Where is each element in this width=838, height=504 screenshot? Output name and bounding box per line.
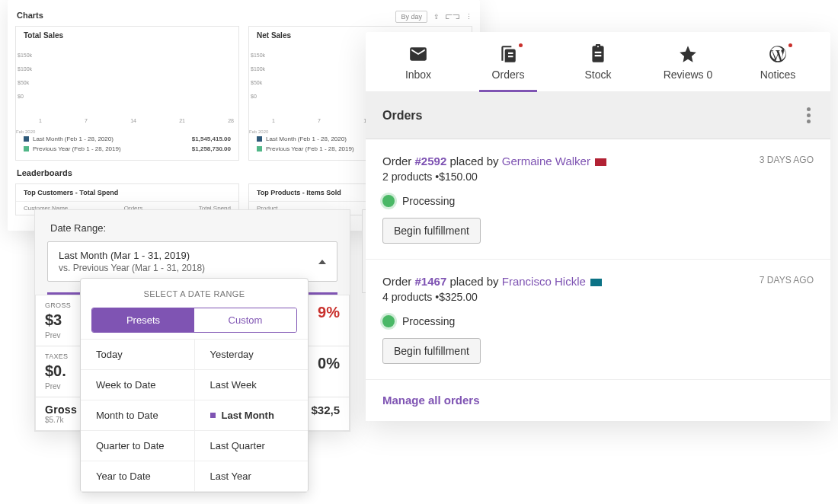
date-range-primary: Last Month (Mar 1 - 31, 2019) [59,250,205,261]
manage-all-orders-link[interactable]: Manage all orders [382,394,480,407]
tab-stock[interactable]: Stock [553,44,643,91]
orders-header: Orders [366,92,830,139]
order-title: Order #2592 placed by Germaine Walker [382,155,606,167]
tab-label: Stock [584,69,611,81]
begin-fulfillment-button[interactable]: Begin fulfillment [382,218,481,244]
processing-icon [382,315,395,327]
kebab-icon[interactable]: ⋮ [465,13,472,21]
activity-panel: Inbox Orders Stock Reviews 0 Notices Ord… [366,32,830,421]
caret-up-icon [318,260,326,264]
segment-custom[interactable]: Custom [194,308,296,332]
mail-icon [408,44,428,64]
preset-last-quarter[interactable]: Last Quarter [195,431,309,461]
tab-notices[interactable]: Notices [733,44,823,91]
preset-month-to-date[interactable]: Month to Date [81,400,195,431]
clipboard-icon [588,44,608,64]
orders-title: Orders [382,109,422,123]
preset-quarter-to-date[interactable]: Quarter to Date [81,431,195,461]
notification-badge-icon [787,42,794,49]
tab-label: Reviews 0 [664,69,713,81]
tab-label: Notices [760,69,796,81]
tab-label: Orders [492,69,525,81]
customer-link[interactable]: Francisco Hickle [502,275,586,288]
order-age: 7 DAYS AGO [760,275,814,285]
order-status: Processing [382,195,814,207]
preset-last-month[interactable]: Last Month [195,400,309,431]
date-range-label: Date Range: [35,210,350,241]
tab-orders[interactable]: Orders [463,44,553,91]
pages-icon [498,44,518,64]
preset-year-to-date[interactable]: Year to Date [81,461,195,492]
tab-label: Inbox [405,69,431,81]
tab-inbox[interactable]: Inbox [373,44,463,91]
preset-last-week[interactable]: Last Week [195,370,309,400]
date-range-select[interactable]: Last Month (Mar 1 - 31, 2019) vs. Previo… [47,241,337,282]
flag-icon [590,279,602,286]
order-age: 3 DAYS AGO [760,155,814,165]
flag-icon [595,158,606,166]
kebab-icon[interactable] [804,104,814,126]
order-summary: 2 products •$150.00 [382,171,606,183]
preset-list: TodayYesterdayWeek to DateLast WeekMonth… [81,339,308,492]
total-sales-card: Total Sales $150k$100k$50k$0 17142128 Fe… [15,26,239,161]
orders-list: Order #2592 placed by Germaine Walker 2 … [366,139,830,380]
order-title: Order #1467 placed by Francisco Hickle [382,275,602,288]
preset-last-year[interactable]: Last Year [195,461,309,492]
date-range-popover: SELECT A DATE RANGE Presets Custom Today… [80,278,309,493]
popover-title: SELECT A DATE RANGE [81,279,308,308]
chart-title: Total Sales [24,31,231,40]
activity-tabs: Inbox Orders Stock Reviews 0 Notices [366,32,830,92]
bar-chart-icon[interactable]: ⫍⫎ [446,13,459,21]
manage-orders-row: Manage all orders [366,380,830,421]
chart-legend: Last Month (Feb 1 - 28, 2020)$1,545,415.… [16,128,238,160]
processing-icon [382,195,395,207]
granularity-select[interactable]: By day [395,11,427,23]
customer-link[interactable]: Germaine Walker [502,155,590,167]
preset-custom-segment: Presets Custom [91,308,297,333]
date-range-secondary: vs. Previous Year (Mar 1 - 31, 2018) [59,263,205,273]
share-icon[interactable]: ⇪ [433,13,440,21]
order-status: Processing [382,315,814,327]
order-number-link[interactable]: #2592 [415,155,447,167]
order-item: Order #2592 placed by Germaine Walker 2 … [366,139,830,260]
order-summary: 4 products •$325.00 [382,291,602,303]
preset-week-to-date[interactable]: Week to Date [81,370,195,400]
charts-heading: Charts [17,11,43,20]
chart-toolbar: By day ⇪ ⫍⫎ ⋮ [395,11,472,23]
preset-yesterday[interactable]: Yesterday [195,340,309,370]
begin-fulfillment-button[interactable]: Begin fulfillment [382,338,481,364]
tab-reviews[interactable]: Reviews 0 [643,44,733,91]
order-item: Order #1467 placed by Francisco Hickle 4… [366,260,830,380]
order-number-link[interactable]: #1467 [415,275,447,288]
star-icon [678,44,698,64]
notification-badge-icon [517,42,524,49]
preset-today[interactable]: Today [81,340,195,370]
segment-presets[interactable]: Presets [92,308,194,332]
wordpress-icon [768,44,788,64]
total-sales-chart: $150k$100k$50k$0 17142128 Feb 2020 [16,44,238,128]
